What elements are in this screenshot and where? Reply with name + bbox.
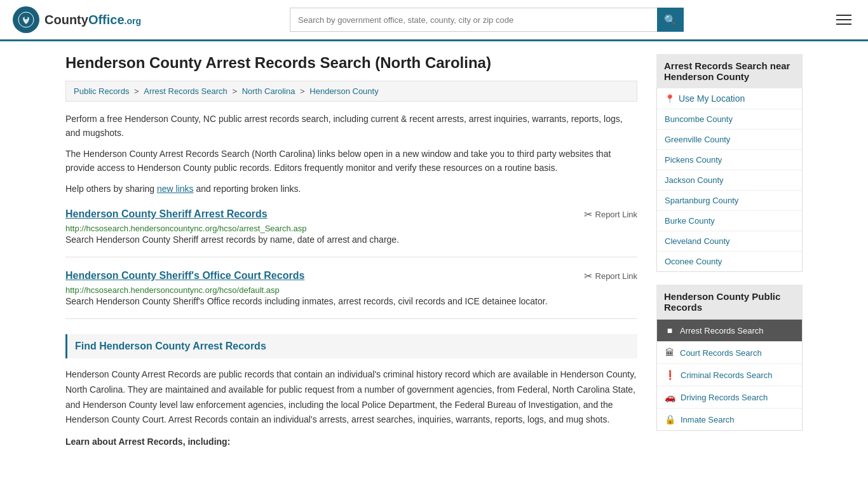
- breadcrumb-north-carolina[interactable]: North Carolina: [242, 86, 295, 96]
- record-card-2: Henderson County Sheriff's Office Court …: [65, 270, 637, 319]
- sidebar-buncombe[interactable]: Buncombe County: [657, 109, 802, 130]
- intro-para-3-prefix: Help others by sharing: [65, 184, 157, 194]
- intro-para-3: Help others by sharing new links and rep…: [65, 182, 637, 196]
- breadcrumb-arrest-records[interactable]: Arrest Records Search: [144, 86, 227, 96]
- breadcrumb: Public Records > Arrest Records Search >…: [65, 81, 637, 102]
- sidebar-nearby-section: Arrest Records Search near Henderson Cou…: [656, 54, 803, 272]
- sidebar: Arrest Records Search near Henderson Cou…: [656, 54, 803, 447]
- inmate-search-icon: 🔒: [665, 414, 675, 424]
- search-button[interactable]: 🔍: [657, 8, 684, 32]
- arrest-records-icon: ■: [665, 325, 675, 336]
- sidebar-oconee[interactable]: Oconee County: [657, 252, 802, 271]
- oconee-county-link[interactable]: Oconee County: [665, 257, 722, 266]
- intro-para-3-suffix: and reporting broken links.: [194, 184, 301, 194]
- sidebar-public-records-section: Henderson County Public Records ■ Arrest…: [656, 285, 803, 431]
- report-link-label-2: Report Link: [595, 271, 637, 281]
- criminal-records-icon: ❗: [665, 370, 675, 380]
- record-2-url[interactable]: http://hcsosearch.hendersoncountync.org/…: [65, 285, 280, 295]
- sidebar-court-records-search[interactable]: 🏛 Court Records Search: [657, 342, 802, 364]
- breadcrumb-henderson-county[interactable]: Henderson County: [309, 86, 378, 96]
- pickens-county-link[interactable]: Pickens County: [665, 155, 722, 165]
- search-icon: 🔍: [664, 14, 677, 26]
- record-1-desc: Search Henderson County Sheriff arrest r…: [65, 233, 637, 247]
- sidebar-criminal-records-search[interactable]: ❗ Criminal Records Search: [657, 364, 802, 386]
- record-2-desc: Search Henderson County Sheriff's Office…: [65, 295, 637, 308]
- find-section-header: Find Henderson County Arrest Records: [65, 334, 637, 358]
- menu-line-2: [836, 19, 851, 20]
- site-header: CountyOffice.org 🔍: [0, 0, 868, 41]
- burke-county-link[interactable]: Burke County: [665, 216, 715, 226]
- sidebar-jackson[interactable]: Jackson County: [657, 170, 802, 191]
- sidebar-public-records-title: Henderson County Public Records: [656, 285, 803, 319]
- sidebar-burke[interactable]: Burke County: [657, 211, 802, 231]
- find-section-body: Henderson County Arrest Records are publ…: [65, 367, 637, 428]
- use-location-link[interactable]: Use My Location: [679, 93, 745, 104]
- breadcrumb-sep-2: >: [232, 86, 239, 96]
- sidebar-greenville[interactable]: Greenville County: [657, 130, 802, 150]
- scissors-icon-2: ✂: [584, 270, 592, 282]
- scissors-icon-1: ✂: [584, 208, 592, 220]
- sidebar-arrest-records-search[interactable]: ■ Arrest Records Search: [657, 320, 802, 342]
- report-link-btn-1[interactable]: ✂ Report Link: [584, 208, 637, 220]
- driving-records-icon: 🚗: [665, 392, 675, 402]
- record-1-url[interactable]: http://hcsosearch.hendersoncountync.org/…: [65, 224, 306, 233]
- intro-para-1: Perform a free Henderson County, NC publ…: [65, 112, 637, 140]
- sidebar-inmate-search[interactable]: 🔒 Inmate Search: [657, 409, 802, 430]
- content-area: Henderson County Arrest Records Search (…: [65, 54, 637, 447]
- menu-line-3: [836, 24, 851, 25]
- buncombe-county-link[interactable]: Buncombe County: [665, 114, 733, 124]
- search-input[interactable]: [290, 8, 657, 32]
- sidebar-spartanburg[interactable]: Spartanburg County: [657, 191, 802, 211]
- main-wrapper: Henderson County Arrest Records Search (…: [53, 41, 815, 459]
- sidebar-pickens[interactable]: Pickens County: [657, 150, 802, 170]
- intro-para-2: The Henderson County Arrest Records Sear…: [65, 147, 637, 175]
- spartanburg-county-link[interactable]: Spartanburg County: [665, 196, 738, 205]
- court-records-icon: 🏛: [665, 348, 675, 358]
- learn-more-label: Learn about Arrest Records, including:: [65, 437, 637, 447]
- breadcrumb-sep-3: >: [300, 86, 307, 96]
- driving-records-label[interactable]: Driving Records Search: [681, 393, 768, 402]
- record-2-header: Henderson County Sheriff's Office Court …: [65, 270, 637, 282]
- sidebar-public-records-menu: ■ Arrest Records Search 🏛 Court Records …: [656, 319, 803, 431]
- hamburger-menu-button[interactable]: [832, 11, 855, 29]
- jackson-county-link[interactable]: Jackson County: [665, 175, 724, 185]
- breadcrumb-sep-1: >: [134, 86, 141, 96]
- criminal-records-label[interactable]: Criminal Records Search: [681, 370, 773, 380]
- logo-icon: [13, 6, 39, 33]
- cleveland-county-link[interactable]: Cleveland County: [665, 236, 730, 246]
- greenville-county-link[interactable]: Greenville County: [665, 135, 730, 144]
- record-1-header: Henderson County Sheriff Arrest Records …: [65, 208, 637, 220]
- sidebar-nearby-list: 📍 Use My Location Buncombe County Greenv…: [656, 88, 803, 272]
- location-pin-icon: 📍: [665, 94, 675, 104]
- sidebar-driving-records-search[interactable]: 🚗 Driving Records Search: [657, 386, 802, 409]
- report-link-label-1: Report Link: [595, 210, 637, 219]
- breadcrumb-public-records[interactable]: Public Records: [74, 86, 129, 96]
- svg-point-1: [25, 17, 28, 20]
- sidebar-cleveland[interactable]: Cleveland County: [657, 231, 802, 252]
- sidebar-use-location[interactable]: 📍 Use My Location: [657, 88, 802, 109]
- court-records-label[interactable]: Court Records Search: [680, 348, 762, 358]
- inmate-search-label[interactable]: Inmate Search: [681, 415, 735, 424]
- record-1-title[interactable]: Henderson County Sheriff Arrest Records: [65, 208, 268, 220]
- sidebar-nearby-title: Arrest Records Search near Henderson Cou…: [656, 54, 803, 88]
- search-area: 🔍: [290, 8, 684, 32]
- record-2-title[interactable]: Henderson County Sheriff's Office Court …: [65, 270, 304, 281]
- new-links-link[interactable]: new links: [157, 184, 194, 194]
- record-card-1: Henderson County Sheriff Arrest Records …: [65, 208, 637, 257]
- menu-line-1: [836, 15, 851, 16]
- logo-text: CountyOffice.org: [44, 13, 141, 27]
- report-link-btn-2[interactable]: ✂ Report Link: [584, 270, 637, 282]
- logo-area: CountyOffice.org: [13, 6, 141, 33]
- arrest-records-label: Arrest Records Search: [680, 326, 764, 336]
- page-title: Henderson County Arrest Records Search (…: [65, 54, 637, 72]
